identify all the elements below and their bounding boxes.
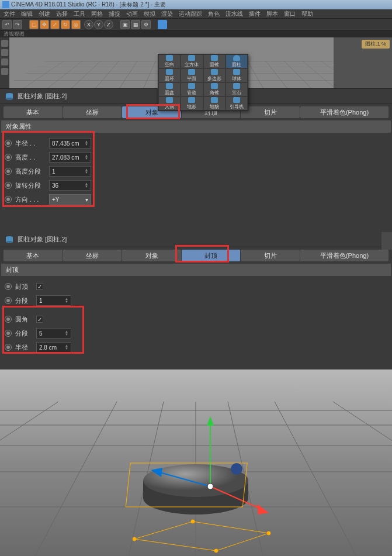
prim-platonic[interactable]: 宝石 xyxy=(226,82,248,96)
tab-basic[interactable]: 基本 xyxy=(4,250,63,261)
prim-pyramid[interactable]: 角锥 xyxy=(203,82,226,96)
undo-button[interactable]: ↶ xyxy=(2,20,12,29)
menu-item[interactable]: 窗口 xyxy=(284,10,296,18)
menu-item[interactable]: 插件 xyxy=(249,10,261,18)
fillet-check[interactable]: ✓ xyxy=(36,316,43,323)
axis-y[interactable]: Y xyxy=(94,20,103,29)
menu-item[interactable]: 帮助 xyxy=(301,10,313,18)
vp-tool-icon[interactable] xyxy=(1,58,8,65)
right-tab-bar[interactable] xyxy=(381,232,392,250)
anim-toggle[interactable] xyxy=(5,297,12,304)
axis-x[interactable]: X xyxy=(84,20,93,29)
viewport-bottom[interactable] xyxy=(0,369,392,556)
tool-recent[interactable]: ◎ xyxy=(71,20,81,29)
anim-toggle[interactable] xyxy=(5,316,12,323)
viewport-header: 透视视图 xyxy=(0,30,392,37)
vp-tool-icon[interactable] xyxy=(1,49,8,56)
menu-item[interactable]: 选择 xyxy=(56,10,68,18)
svg-point-30 xyxy=(207,484,213,489)
prim-sphere[interactable]: 球体 xyxy=(226,68,248,82)
prim-torus[interactable]: 圆环 xyxy=(158,68,181,82)
filletrad-input[interactable]: 2.8 cm▲▼ xyxy=(36,342,71,353)
prop-orientation: 方向 . . . +Y▾ xyxy=(5,192,387,206)
attr-title: 圆柱对象 [圆柱.2] xyxy=(18,92,67,101)
tool-select[interactable]: ▢ xyxy=(29,20,39,29)
prop-radius: 半径 . . 87.435 cm▲▼ xyxy=(5,136,387,150)
menu-item[interactable]: 文件 xyxy=(4,10,15,18)
prop-cap-seg: 分段 1▲▼ xyxy=(5,293,387,308)
anim-toggle[interactable] xyxy=(5,168,12,175)
menu-item[interactable]: 流水线 xyxy=(226,10,243,18)
tab-caps[interactable]: 封顶 xyxy=(182,250,241,261)
prim-guide[interactable]: 引导线 xyxy=(226,96,248,110)
vp-tool-icon[interactable] xyxy=(1,68,8,75)
anim-toggle[interactable] xyxy=(5,344,12,351)
height-input[interactable]: 27.083 cm▲▼ xyxy=(49,152,91,163)
menu-item[interactable]: 网格 xyxy=(91,10,103,18)
prim-tube[interactable]: 管道 xyxy=(181,82,203,96)
titlebar: CINEMA 4D R18.011 Studio (RC - R18) - [未… xyxy=(0,0,392,9)
tab-phong[interactable]: 平滑着色(Phong) xyxy=(300,250,388,261)
prim-relief[interactable]: 地貌 xyxy=(203,96,226,110)
tab-slice[interactable]: 切片 xyxy=(241,250,300,261)
tab-phong[interactable]: 平滑着色(Phong) xyxy=(300,106,388,118)
prim-cylinder[interactable]: 圆柱 xyxy=(226,54,248,68)
hseg-input[interactable]: 1▲▼ xyxy=(49,166,91,177)
tab-basic[interactable]: 基本 xyxy=(4,106,63,118)
filletseg-input[interactable]: 5▲▼ xyxy=(36,328,71,339)
prim-disc[interactable]: 圆盘 xyxy=(158,82,181,96)
orient-select[interactable]: +Y▾ xyxy=(49,194,91,205)
radius-input[interactable]: 87.435 cm▲▼ xyxy=(49,138,91,149)
prim-cone[interactable]: 圆锥 xyxy=(203,54,226,68)
menu-item[interactable]: 捕捉 xyxy=(109,10,120,18)
anim-toggle[interactable] xyxy=(5,182,12,189)
menu-item[interactable]: 工具 xyxy=(74,10,85,18)
capseg-input[interactable]: 1▲▼ xyxy=(36,295,71,306)
section-header: 封顶 xyxy=(1,264,391,276)
anim-toggle[interactable] xyxy=(5,154,12,161)
prim-plane[interactable]: 平面 xyxy=(181,68,203,82)
object-tab[interactable]: 图柱.1 % xyxy=(362,40,390,49)
redo-button[interactable]: ↷ xyxy=(13,20,22,29)
anim-toggle[interactable] xyxy=(5,283,12,290)
tab-coord[interactable]: 坐标 xyxy=(63,106,122,118)
tool-move[interactable]: ✥ xyxy=(40,20,49,29)
menu-item[interactable]: 创建 xyxy=(39,10,50,18)
viewport-sidebar xyxy=(0,37,9,88)
prim-polygon[interactable]: 多边形 xyxy=(203,68,226,82)
menu-item[interactable]: 模拟 xyxy=(144,10,155,18)
attr-tabs-2: 基本 坐标 对象 封顶 切片 平滑着色(Phong) xyxy=(4,250,388,261)
svg-point-6 xyxy=(6,241,13,243)
menu-item[interactable]: 角色 xyxy=(208,10,220,18)
tab-coord[interactable]: 坐标 xyxy=(63,250,122,261)
tab-object[interactable]: 对象 xyxy=(122,250,181,261)
vp-tool-icon[interactable] xyxy=(1,40,8,47)
render-region[interactable]: ▦ xyxy=(131,20,140,29)
axis-z[interactable]: Z xyxy=(104,20,113,29)
render-settings[interactable]: ⚙ xyxy=(141,20,151,29)
anim-toggle[interactable] xyxy=(5,140,12,147)
tool-scale[interactable]: ⤢ xyxy=(50,20,60,29)
toolbar: ↶ ↷ ▢ ✥ ⤢ ↻ ◎ X Y Z ▣ ▦ ⚙ xyxy=(0,19,392,30)
prim-figure[interactable]: 人偶 xyxy=(158,96,181,110)
primitive-cube-icon[interactable] xyxy=(158,20,167,29)
caps-check[interactable]: ✓ xyxy=(36,283,43,290)
viewport-label: 透视视图 xyxy=(4,31,25,37)
menu-item[interactable]: 动画 xyxy=(126,10,138,18)
prop-height: 高度 . . 27.083 cm▲▼ xyxy=(5,150,387,164)
menu-item[interactable]: 运动跟踪 xyxy=(179,10,202,18)
prim-landscape[interactable]: 地形 xyxy=(181,96,203,110)
tool-rotate[interactable]: ↻ xyxy=(61,20,70,29)
prim-cube[interactable]: 立方体 xyxy=(181,54,203,68)
menu-item[interactable]: 渲染 xyxy=(161,10,173,18)
rseg-input[interactable]: 36▲▼ xyxy=(49,180,91,191)
anim-toggle[interactable] xyxy=(5,196,12,203)
render-button[interactable]: ▣ xyxy=(120,20,130,29)
anim-toggle[interactable] xyxy=(5,330,12,337)
prim-null[interactable]: 空白 xyxy=(158,54,181,68)
tab-slice[interactable]: 切片 xyxy=(241,106,300,118)
menu-item[interactable]: 编辑 xyxy=(21,10,33,18)
menu-item[interactable]: 脚本 xyxy=(266,10,278,18)
viewport-top[interactable]: 图柱.1 % 空白 立方体 圆锥 圆柱 圆环 平面 多边形 球体 圆盘 管道 角… xyxy=(0,37,392,89)
prop-rows-2: 封顶 ✓ 分段 1▲▼ 圆角 ✓ 分段 5▲▼ 半径 2.8 cm▲▼ xyxy=(0,277,392,357)
